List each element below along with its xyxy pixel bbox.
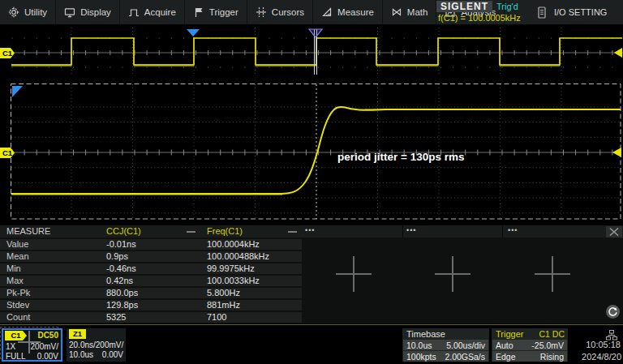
trigger-type: Edge (496, 352, 516, 362)
zoom-z1-box[interactable]: Z1 20.0ns/ 200mV/ 10.0us 0.00V (67, 328, 126, 362)
measure-panel: MEASURE CCJ(C1) Freq(C1) ••• ••• ••• Val… (0, 225, 623, 323)
c1-offset: 0.00V (37, 352, 58, 361)
monitor-icon (64, 6, 75, 18)
brand-status-block: SIGLENT Trig'd f(C1) = 100.0005kHz (436, 0, 539, 24)
trigger-position-marker[interactable] (187, 29, 200, 36)
stat-label: Count (6, 312, 30, 323)
oscilloscope-screen: Utility Display Acquire Trigger Cursors … (0, 0, 623, 364)
timebase-delay: 10.0us (406, 340, 432, 350)
stat-label: Mean (6, 251, 29, 262)
z1-offset: 0.00V (102, 350, 123, 359)
freq-value: 7100 (207, 312, 226, 323)
measure-row: Mean 0.9ps 100.000488kHz (0, 251, 302, 262)
close-measure-button[interactable] (606, 226, 622, 238)
timebase-box[interactable]: Timebase 10.0us 5.00us/div 100kpts 2.00G… (402, 328, 489, 362)
refresh-icon (608, 306, 618, 317)
panel-separator (0, 324, 623, 325)
c1-badge: C1 (5, 331, 27, 340)
ccj-value: 129.8ps (106, 300, 138, 310)
list-icon (537, 6, 547, 19)
minimize-icon[interactable] (187, 231, 195, 233)
zoom-region-marker[interactable] (309, 29, 322, 75)
stat-label: Min (6, 263, 21, 274)
timebase-memory: 100kpts (406, 352, 436, 362)
trigger-status: Trig'd (496, 2, 518, 11)
minimize-icon[interactable] (288, 231, 297, 233)
brand-logo: SIGLENT (436, 1, 492, 12)
menu-math[interactable]: Math (383, 0, 437, 24)
jitter-annotation: period jitter = 130ps rms (337, 151, 464, 163)
more-options-icon[interactable]: ••• (406, 225, 416, 236)
zoom-window (0, 84, 623, 220)
timebase-title: Timebase (406, 329, 445, 339)
menu-measure[interactable]: Measure (313, 0, 383, 24)
menu-label: Math (407, 7, 428, 17)
date-display: 2024/8/20 (582, 352, 621, 362)
add-measurement-slot[interactable] (435, 256, 470, 292)
stat-label: Stdev (6, 300, 29, 310)
stat-label: Pk-Pk (6, 288, 30, 298)
ruler-icon (321, 6, 333, 18)
measure-column-freq[interactable]: Freq(C1) (207, 225, 243, 238)
c1-bandwidth: FULL (6, 352, 25, 361)
add-measurement-slot[interactable] (535, 256, 570, 292)
z1-vscale: 200mV/ (96, 340, 123, 349)
trigger-level-marker[interactable] (612, 148, 621, 157)
flag-icon (193, 6, 204, 18)
c1-attenuation: 1X (6, 342, 15, 351)
reset-statistics-button[interactable] (606, 305, 620, 319)
z1-hscale: 20.0ns/ (69, 340, 96, 349)
more-options-icon[interactable]: ••• (305, 225, 315, 236)
timebase-scale: 5.00us/div (446, 340, 485, 350)
trigger-level: -25.0mV (531, 340, 564, 350)
freq-value: 100.0033kHz (207, 276, 260, 286)
c1-vscale: 200mV/ (31, 342, 58, 351)
trigger-slope: Rising (540, 352, 564, 362)
menu-label: Display (80, 7, 111, 17)
pulse-icon (128, 6, 140, 18)
freq-value: 881mHz (207, 300, 240, 310)
timebase-overview-strip (0, 28, 623, 75)
menu-utility[interactable]: Utility (0, 0, 56, 24)
measure-title: MEASURE (6, 225, 50, 238)
more-options-icon[interactable]: ••• (508, 225, 518, 236)
freq-value: 100.0004kHz (207, 239, 260, 250)
gear-icon (8, 6, 19, 18)
c1-coupling: DC50 (37, 331, 58, 340)
column-separator (402, 225, 403, 238)
trigger-level-marker-strip[interactable] (614, 48, 622, 58)
crosshair-icon (256, 6, 267, 18)
io-setting-label: I/O SETTING (554, 7, 607, 17)
menu-label: Measure (337, 7, 374, 17)
clock-block: 10:05:18 2024/8/20 (569, 328, 623, 362)
column-separator (502, 225, 503, 238)
timebase-samplerate: 2.00GSa/s (445, 352, 485, 362)
menu-display[interactable]: Display (56, 0, 120, 24)
trigger-mode: Auto (496, 340, 513, 350)
trigger-box[interactable]: Trigger C1 DC Auto -25.0mV Edge Rising (492, 328, 568, 362)
freq-value: 99.9975kHz (207, 263, 255, 274)
measure-column-ccj[interactable]: CCJ(C1) (106, 225, 141, 238)
ccj-value: 5325 (106, 312, 126, 323)
menu-cursors[interactable]: Cursors (247, 0, 313, 24)
trigger-delay-marker[interactable] (12, 86, 23, 97)
z1-delay: 10.0us (69, 350, 93, 359)
menu-label: Cursors (272, 7, 304, 17)
io-setting-button[interactable]: I/O SETTING (537, 0, 607, 24)
menu-label: Acquire (144, 7, 176, 17)
freq-value: 5.800Hz (207, 288, 240, 298)
ccj-value: 880.0ps (106, 288, 138, 298)
bottom-status-bar: C1 DC50 1X 200mV/ FULL 0.00V Z1 20.0ns/ … (0, 327, 623, 364)
ccj-value: 0.9ps (106, 251, 128, 262)
z1-badge: Z1 (69, 329, 86, 339)
trigger-source: C1 DC (539, 329, 565, 339)
channel-c1-box[interactable]: C1 DC50 1X 200mV/ FULL 0.00V (2, 328, 62, 362)
menu-trigger[interactable]: Trigger (185, 0, 247, 24)
menu-acquire[interactable]: Acquire (120, 0, 185, 24)
add-measurement-slot[interactable] (336, 256, 372, 292)
trigger-title: Trigger (496, 329, 523, 339)
ccj-value: -0.46ns (106, 263, 136, 274)
frequency-counter: f(C1) = 100.0005kHz (438, 13, 521, 23)
ccj-value: -0.01ns (106, 239, 136, 250)
menu-label: Utility (24, 7, 47, 17)
